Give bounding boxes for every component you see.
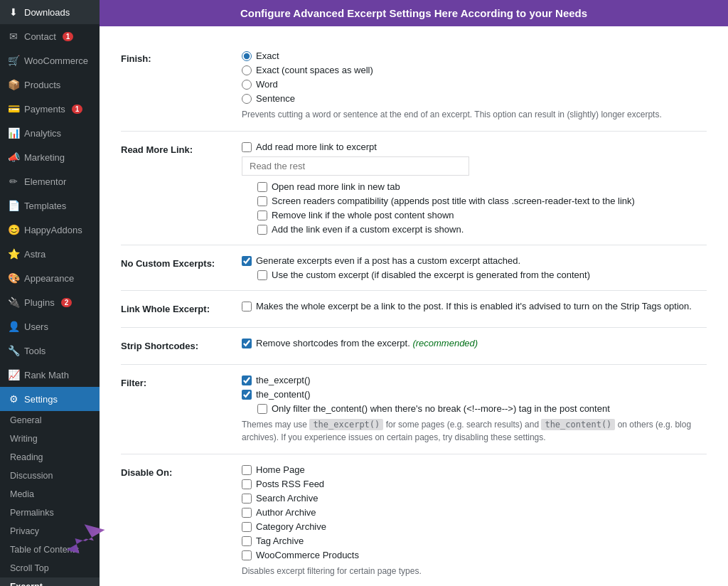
settings-content: Finish: Exact Exact (count spaces as wel… <box>100 26 728 586</box>
readmore-sub-options: Open read more link in new tab Screen re… <box>257 181 707 235</box>
disable-on-tag[interactable]: Tag Archive <box>242 536 707 546</box>
submenu-media[interactable]: Media <box>0 485 100 504</box>
disable-on-category-checkbox[interactable] <box>242 522 252 532</box>
readmore-text-input[interactable] <box>242 156 469 176</box>
submenu-writing[interactable]: Writing <box>0 430 100 448</box>
link-whole-value: Makes the whole excerpt be a link to the… <box>242 291 707 328</box>
readmore-value: Add read more link to excerpt Open read … <box>242 132 707 245</box>
no-custom-value: Generate excerpts even if a post has a c… <box>242 245 707 291</box>
sidebar-item-users[interactable]: 👤 Users <box>0 314 100 339</box>
sidebar-item-products[interactable]: 📦 Products <box>0 73 100 97</box>
disable-on-woo-checkbox[interactable] <box>242 550 252 560</box>
readmore-customexcerpt-checkbox[interactable] <box>257 225 267 235</box>
sidebar-item-tools[interactable]: 🔧 Tools <box>0 339 100 363</box>
disable-on-woo[interactable]: WooCommerce Products <box>242 550 707 560</box>
filter-content-label: the_content() <box>256 389 311 400</box>
no-custom-generate-option[interactable]: Generate excerpts even if a post has a c… <box>242 255 707 266</box>
finish-sentence-label: Sentence <box>256 93 295 104</box>
readmore-newtab-option[interactable]: Open read more link in new tab <box>257 181 707 192</box>
settings-icon: ⚙ <box>7 393 20 405</box>
readmore-removewhole-option[interactable]: Remove link if the whole post content sh… <box>257 210 707 220</box>
finish-exact-radio[interactable] <box>242 51 252 61</box>
filter-excerpt-checkbox[interactable] <box>242 375 252 385</box>
finish-exact-option[interactable]: Exact <box>242 50 707 61</box>
top-banner: Configure Advanced Excerpt Settings Here… <box>100 0 728 26</box>
sidebar-item-templates[interactable]: 📄 Templates <box>0 193 100 218</box>
sidebar-item-marketing[interactable]: 📣 Marketing <box>0 145 100 169</box>
finish-sentence-radio[interactable] <box>242 94 252 104</box>
happyaddons-icon: 😊 <box>7 223 20 236</box>
sidebar-item-analytics[interactable]: 📊 Analytics <box>0 121 100 145</box>
disable-on-home[interactable]: Home Page <box>242 464 707 475</box>
finish-sentence-option[interactable]: Sentence <box>242 93 707 104</box>
filter-excerpt-option[interactable]: the_excerpt() <box>242 375 707 385</box>
readmore-checkbox-option[interactable]: Add read more link to excerpt <box>242 142 707 152</box>
readmore-screenreader-option[interactable]: Screen readers compatibility (appends po… <box>257 196 707 206</box>
finish-hint: Prevents cutting a word or sentence at t… <box>242 108 707 121</box>
finish-exact-spaces-option[interactable]: Exact (count spaces as well) <box>242 65 707 75</box>
strip-shortcodes-checkbox[interactable] <box>242 339 252 348</box>
readmore-newtab-checkbox[interactable] <box>257 182 267 192</box>
filter-only-checkbox[interactable] <box>257 404 267 414</box>
filter-label: Filter: <box>121 365 242 454</box>
sidebar-item-downloads[interactable]: ⬇ Downloads <box>0 0 100 24</box>
no-custom-use-checkbox[interactable] <box>257 270 267 280</box>
filter-content-option[interactable]: the_content() <box>242 389 707 400</box>
sidebar-item-elementor[interactable]: ✏ Elementor <box>0 169 100 193</box>
filter-only-option[interactable]: Only filter the_content() when there's n… <box>257 403 707 414</box>
link-whole-checkbox[interactable] <box>242 302 252 311</box>
strip-shortcodes-option[interactable]: Remove shortcodes from the excerpt. (rec… <box>242 338 707 348</box>
no-custom-use-option[interactable]: Use the custom excerpt (if disabled the … <box>257 270 707 280</box>
submenu-reading[interactable]: Reading <box>0 448 100 467</box>
finish-exact-spaces-radio[interactable] <box>242 65 252 75</box>
disable-on-rss[interactable]: Posts RSS Feed <box>242 479 707 489</box>
link-whole-option[interactable]: Makes the whole excerpt be a link to the… <box>242 301 707 311</box>
disable-on-rss-checkbox[interactable] <box>242 479 252 489</box>
sidebar-label-woo: WooCommerce <box>24 55 88 66</box>
disable-on-rss-label: Posts RSS Feed <box>256 479 324 489</box>
submenu-discussion[interactable]: Discussion <box>0 467 100 485</box>
submenu-excerpt[interactable]: Excerpt <box>0 577 100 586</box>
no-custom-generate-checkbox[interactable] <box>242 256 252 266</box>
disable-on-tag-checkbox[interactable] <box>242 536 252 546</box>
readmore-checkbox[interactable] <box>242 142 252 152</box>
disable-on-author-label: Author Archive <box>256 507 316 518</box>
plugins-badge: 2 <box>61 298 73 307</box>
disable-on-author-checkbox[interactable] <box>242 508 252 518</box>
submenu-general[interactable]: General <box>0 411 100 430</box>
filter-content-checkbox[interactable] <box>242 390 252 400</box>
sidebar-label-settings: Settings <box>24 394 58 405</box>
sidebar-item-plugins[interactable]: 🔌 Plugins 2 <box>0 290 100 314</box>
sidebar-label-users: Users <box>24 321 48 332</box>
finish-word-option[interactable]: Word <box>242 79 707 90</box>
finish-exact-spaces-label: Exact (count spaces as well) <box>256 65 373 75</box>
tools-icon: 🔧 <box>7 344 20 357</box>
readmore-removewhole-checkbox[interactable] <box>257 211 267 220</box>
sidebar-item-happyaddons[interactable]: 😊 HappyAddons <box>0 218 100 242</box>
disable-on-category[interactable]: Category Archive <box>242 521 707 532</box>
sidebar-item-contact[interactable]: ✉ Contact 1 <box>0 24 100 48</box>
sidebar-item-payments[interactable]: 💳 Payments 1 <box>0 97 100 121</box>
finish-word-radio[interactable] <box>242 80 252 90</box>
sidebar-label-marketing: Marketing <box>24 152 65 163</box>
no-custom-row: No Custom Excerpts: Generate excerpts ev… <box>121 245 707 291</box>
templates-icon: 📄 <box>7 199 20 212</box>
disable-on-author[interactable]: Author Archive <box>242 507 707 518</box>
disable-on-home-checkbox[interactable] <box>242 465 252 475</box>
filter-excerpt-label: the_excerpt() <box>256 375 311 385</box>
sidebar-item-appearance[interactable]: 🎨 Appearance <box>0 266 100 290</box>
disable-on-search-checkbox[interactable] <box>242 494 252 504</box>
disable-on-search[interactable]: Search Archive <box>242 493 707 504</box>
filter-hint: Themes may use the_excerpt() for some pa… <box>242 418 707 444</box>
finish-row: Finish: Exact Exact (count spaces as wel… <box>121 41 707 132</box>
sidebar-item-rankmath[interactable]: 📈 Rank Math <box>0 363 100 387</box>
readmore-screenreader-checkbox[interactable] <box>257 196 267 206</box>
strip-shortcodes-value: Remove shortcodes from the excerpt. (rec… <box>242 328 707 365</box>
disable-on-tag-label: Tag Archive <box>256 536 304 546</box>
sidebar-item-astra[interactable]: ⭐ Astra <box>0 242 100 266</box>
sidebar-item-woocommerce[interactable]: 🛒 WooCommerce <box>0 48 100 73</box>
readmore-customexcerpt-option[interactable]: Add the link even if a custom excerpt is… <box>257 224 707 235</box>
finish-value: Exact Exact (count spaces as well) Word <box>242 41 707 132</box>
sidebar-item-settings[interactable]: ⚙ Settings <box>0 387 100 411</box>
disable-on-category-label: Category Archive <box>256 521 326 532</box>
